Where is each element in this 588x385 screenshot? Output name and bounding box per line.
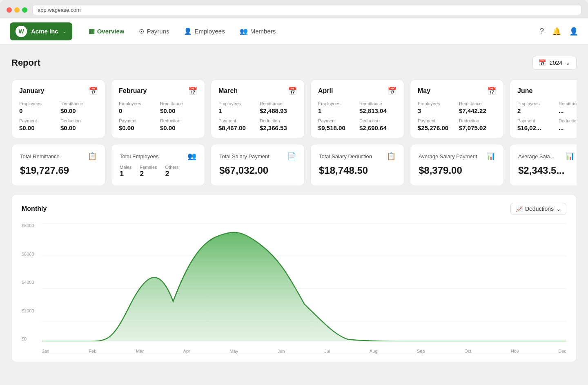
- y-label-8000: $8000: [22, 223, 40, 228]
- x-label-oct: Oct: [464, 349, 471, 354]
- address-bar[interactable]: app.wagease.com: [32, 5, 581, 15]
- month-card-january: January 📅 Employees 0 Remittance $0.00 P…: [11, 80, 105, 138]
- members-icon: 👥: [240, 27, 248, 35]
- payment-label: Payment: [318, 118, 355, 123]
- remittance-label: Remittance: [359, 101, 396, 106]
- total-salary-deduction-card: Total Salary Deduction 📋 $18,748.50: [310, 144, 404, 186]
- chart-filter-selector[interactable]: 📈 Deductions ⌄: [510, 203, 566, 215]
- nav-items: ▦ Overview ⊙ Payruns 👤 Employees 👥 Membe…: [82, 24, 282, 38]
- females-group: Females 2: [140, 165, 157, 178]
- avg-salary-deduction-value: $2,343.5...: [518, 165, 575, 176]
- x-label-jan: Jan: [42, 349, 49, 354]
- nav-item-members[interactable]: 👥 Members: [233, 24, 283, 38]
- deduction-value: $0.00: [60, 124, 98, 131]
- minimize-button[interactable]: [14, 7, 20, 13]
- males-group: Males 1: [120, 165, 131, 178]
- notifications-icon[interactable]: 🔔: [552, 27, 561, 36]
- month-card-april: April 📅 Employees 1 Remittance $2,813.04…: [310, 80, 404, 138]
- month-name: January: [19, 87, 44, 95]
- user-icon[interactable]: 👤: [569, 27, 578, 36]
- avg-salary-payment-label: Average Salary Payment: [419, 153, 477, 159]
- x-label-jun: Jun: [278, 349, 285, 354]
- average-salary-payment-card: Average Salary Payment 📊 $8,379.00: [410, 144, 504, 186]
- deduction-value: $0.00: [160, 124, 197, 131]
- remittance-label: Remittance: [459, 101, 496, 106]
- total-salary-deduction-value: $18,748.50: [319, 165, 396, 176]
- summary-cards: Total Remittance 📋 $19,727.69 Total Empl…: [11, 144, 577, 186]
- x-label-feb: Feb: [89, 349, 96, 354]
- nav-label-employees: Employees: [194, 28, 225, 35]
- top-nav: W Acme Inc ⌄ ▦ Overview ⊙ Payruns 👤 Empl…: [0, 18, 588, 44]
- remittance-value: $7,442.22: [459, 107, 496, 114]
- remittance-label: Remittance: [160, 101, 197, 106]
- females-value: 2: [140, 170, 157, 178]
- chart-title: Monthly: [22, 205, 47, 212]
- company-selector[interactable]: W Acme Inc ⌄: [10, 22, 72, 40]
- avg-salary-payment-value: $8,379.00: [419, 165, 495, 176]
- nav-item-payruns[interactable]: ⊙ Payruns: [132, 24, 176, 38]
- employees-breakdown: Males 1 Females 2 Others 2: [120, 165, 196, 178]
- year-selector[interactable]: 📅 2024 ⌄: [532, 56, 577, 70]
- close-button[interactable]: [7, 7, 12, 13]
- employees-value: 0: [19, 107, 56, 114]
- help-icon[interactable]: ?: [540, 27, 544, 35]
- avg-payment-icon: 📊: [486, 152, 495, 161]
- payment-label: Payment: [218, 118, 256, 123]
- month-calendar-icon: 📅: [188, 86, 197, 95]
- total-remittance-value: $19,727.69: [20, 165, 97, 176]
- x-label-sep: Sep: [417, 349, 425, 354]
- month-name: April: [318, 87, 333, 95]
- remittance-value: $0.00: [60, 107, 98, 114]
- remittance-value: ...: [559, 107, 577, 114]
- average-salary-deduction-card: Average Sala... 📊 $2,343.5...: [510, 144, 577, 186]
- maximize-button[interactable]: [22, 7, 27, 13]
- nav-label-members: Members: [250, 28, 276, 35]
- remittance-label: Remittance: [60, 101, 98, 106]
- chart-filter-chevron: ⌄: [556, 206, 561, 212]
- x-label-jul: Jul: [324, 349, 330, 354]
- others-label: Others: [165, 165, 179, 170]
- payment-value: $9,518.00: [318, 124, 355, 131]
- employees-label: Employees: [218, 101, 256, 106]
- employees-label: Employees: [418, 101, 455, 106]
- payment-value: $0.00: [19, 124, 56, 131]
- chart-x-labels: Jan Feb Mar Apr May Jun Jul Aug Sep Oct …: [42, 349, 566, 354]
- employees-label: Employees: [19, 101, 56, 106]
- x-label-dec: Dec: [558, 349, 566, 354]
- payment-label: Payment: [119, 118, 156, 123]
- y-label-0: $0: [22, 336, 40, 341]
- total-remittance-card: Total Remittance 📋 $19,727.69: [11, 144, 105, 186]
- nav-right: ? 🔔 👤: [540, 27, 578, 36]
- employees-icon: 👤: [184, 27, 192, 35]
- month-calendar-icon: 📅: [487, 86, 496, 95]
- month-calendar-icon: 📅: [388, 86, 396, 95]
- nav-item-overview[interactable]: ▦ Overview: [82, 24, 131, 38]
- chart-area: [42, 223, 566, 341]
- employees-value: 1: [218, 107, 256, 114]
- month-cards: January 📅 Employees 0 Remittance $0.00 P…: [11, 80, 577, 138]
- deduction-value: $2,366.53: [260, 124, 297, 131]
- year-label: 2024: [550, 60, 562, 66]
- remittance-label: Remittance: [559, 101, 577, 106]
- nav-item-employees[interactable]: 👤 Employees: [177, 24, 231, 38]
- chart-filter-label: Deductions: [525, 206, 554, 212]
- chart-header: Monthly 📈 Deductions ⌄: [22, 203, 566, 215]
- deduction-label: Deduction: [459, 118, 496, 123]
- chart-y-labels: $8000 $6000 $4000 $2000 $0: [22, 223, 40, 341]
- total-salary-payment-value: $67,032.00: [219, 165, 296, 176]
- remittance-value: $0.00: [160, 107, 197, 114]
- month-calendar-icon: 📅: [288, 86, 297, 95]
- avg-deduction-icon: 📊: [566, 152, 575, 161]
- month-name: June: [517, 87, 532, 95]
- employees-value: 0: [119, 107, 156, 114]
- deduction-value: $2,690.64: [359, 124, 396, 131]
- deduction-label: Deduction: [60, 118, 98, 123]
- deduction-label: Deduction: [260, 118, 297, 123]
- remittance-label: Remittance: [260, 101, 297, 106]
- remittance-value: $2,813.04: [359, 107, 396, 114]
- total-salary-payment-card: Total Salary Payment 📄 $67,032.00: [211, 144, 305, 186]
- males-value: 1: [120, 170, 131, 178]
- nav-label-payruns: Payruns: [147, 28, 169, 35]
- employees-value: 3: [418, 107, 455, 114]
- total-employees-label: Total Employees: [120, 153, 158, 159]
